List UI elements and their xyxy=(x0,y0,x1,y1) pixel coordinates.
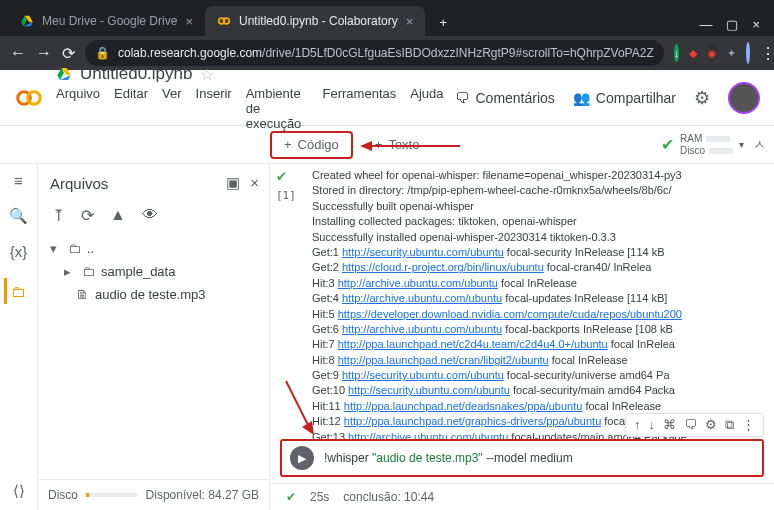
notebook-area: ✔ [1] Created wheel for openai-whisper: … xyxy=(270,164,774,510)
output-link[interactable]: http://security.ubuntu.com/ubuntu xyxy=(342,369,504,381)
close-window-icon[interactable]: × xyxy=(752,17,760,32)
close-icon[interactable]: × xyxy=(406,14,414,29)
output-line: Successfully installed openai-whisper-20… xyxy=(312,230,774,245)
tree-file[interactable]: 🗎 audio de teste.mp3 xyxy=(42,283,265,306)
new-window-icon[interactable]: ▣ xyxy=(226,174,240,192)
close-icon[interactable]: × xyxy=(250,174,259,192)
output-link[interactable]: https://cloud.r-project.org/bin/linux/ub… xyxy=(342,261,544,273)
menu-ver[interactable]: Ver xyxy=(162,86,182,131)
run-button[interactable]: ▶ xyxy=(290,446,314,470)
output-link[interactable]: https://developer.download.nvidia.com/co… xyxy=(338,308,682,320)
variables-icon[interactable]: {x} xyxy=(10,243,28,260)
tree-folder[interactable]: ▸ 🗀 sample_data xyxy=(42,260,265,283)
add-code-button[interactable]: + Código xyxy=(270,131,353,159)
tab-title: Meu Drive - Google Drive xyxy=(42,14,177,28)
chevron-down-icon[interactable]: ▾ xyxy=(739,139,744,150)
files-pane: Arquivos ▣ × ⤒ ⟳ ▲ 👁 ▾ 🗀 .. ▸ 🗀 sample_d… xyxy=(38,164,270,510)
toc-icon[interactable]: ≡ xyxy=(14,172,23,189)
cell-actions: ↑ ↓ ⌘ 🗨 ⚙ ⧉ ⋮ xyxy=(625,413,764,437)
output-link[interactable]: http://archive.ubuntu.com/ubuntu xyxy=(348,431,508,439)
gear-icon[interactable]: ⚙ xyxy=(705,417,717,433)
menu-chevron-icon[interactable]: ㅅ xyxy=(753,136,766,154)
code-cell[interactable]: ▶ !whisper "audio de teste.mp3" --model … xyxy=(280,439,764,477)
check-icon: ✔ xyxy=(286,490,296,504)
menu-inserir[interactable]: Inserir xyxy=(196,86,232,131)
code-editor[interactable]: !whisper "audio de teste.mp3" --model me… xyxy=(324,451,573,465)
output-link[interactable]: http://ppa.launchpad.net/graphics-driver… xyxy=(344,415,601,427)
annotation-arrow xyxy=(280,377,320,437)
new-tab-button[interactable]: + xyxy=(429,8,457,36)
output-line: Hit:11 http://ppa.launchpad.net/deadsnak… xyxy=(312,399,774,414)
comment-icon[interactable]: 🗨 xyxy=(684,417,697,433)
terminal-icon[interactable]: ⟨⟩ xyxy=(13,482,25,500)
minimize-icon[interactable]: — xyxy=(699,17,712,32)
menu-ferramentas[interactable]: Ferramentas xyxy=(323,86,397,131)
exec-time: 25s xyxy=(310,490,329,504)
chevron-right-icon: ▸ xyxy=(64,264,76,279)
extension-icon[interactable]: ↓ xyxy=(674,44,680,62)
chevron-down-icon: ▾ xyxy=(50,241,62,256)
output-line: Get:1 http://security.ubuntu.com/ubuntu … xyxy=(312,245,774,260)
output-link[interactable]: http://ppa.launchpad.net/cran/libgit2/ub… xyxy=(338,354,549,366)
output-link[interactable]: http://archive.ubuntu.com/ubuntu xyxy=(342,292,502,304)
output-link[interactable]: http://ppa.launchpad.net/deadsnakes/ppa/… xyxy=(344,400,583,412)
profile-avatar[interactable] xyxy=(746,42,750,64)
share-button[interactable]: 👥 Compartilhar xyxy=(573,90,676,106)
user-avatar[interactable] xyxy=(728,82,760,114)
forward-button[interactable]: → xyxy=(36,44,52,62)
output-link[interactable]: http://archive.ubuntu.com/ubuntu xyxy=(342,323,502,335)
plus-icon: + xyxy=(284,137,292,152)
output-line: Hit:8 http://ppa.launchpad.net/cran/libg… xyxy=(312,353,774,368)
output-link[interactable]: http://security.ubuntu.com/ubuntu xyxy=(348,384,510,396)
document-title[interactable]: Untitled0.ipynb xyxy=(80,64,192,84)
close-icon[interactable]: × xyxy=(185,14,193,29)
output-line: Get:10 http://security.ubuntu.com/ubuntu… xyxy=(312,383,774,398)
left-rail: ≡ 🔍 {x} 🗀 ⟨⟩ xyxy=(0,164,38,510)
mirror-icon[interactable]: ⧉ xyxy=(725,417,734,433)
file-icon: 🗎 xyxy=(76,287,89,302)
search-icon[interactable]: 🔍 xyxy=(9,207,28,225)
menu-editar[interactable]: Editar xyxy=(114,86,148,131)
output-link[interactable]: http://security.ubuntu.com/ubuntu xyxy=(342,246,504,258)
exec-done: conclusão: 10:44 xyxy=(343,490,434,504)
cell-toolbar: + Código + Texto ✔ RAM Disco ▾ ㅅ xyxy=(0,126,774,164)
comment-icon: 🗨 xyxy=(455,90,469,106)
menu-ajuda[interactable]: Ajuda xyxy=(410,86,443,131)
gear-icon[interactable]: ⚙ xyxy=(694,87,710,109)
move-down-icon[interactable]: ↓ xyxy=(649,417,656,433)
output-line: Successfully built openai-whisper xyxy=(312,199,774,214)
maximize-icon[interactable]: ▢ xyxy=(726,17,738,32)
refresh-icon[interactable]: ⟳ xyxy=(81,206,94,225)
drive-icon xyxy=(56,66,72,82)
move-up-icon[interactable]: ↑ xyxy=(634,417,641,433)
star-icon[interactable]: ☆ xyxy=(200,65,214,84)
status-bar: ✔ 25s conclusão: 10:44 xyxy=(270,483,774,510)
browser-tab-drive[interactable]: Meu Drive - Google Drive × xyxy=(8,6,205,36)
reload-button[interactable]: ⟳ xyxy=(62,44,75,63)
output-line: Stored in directory: /tmp/pip-ephem-whee… xyxy=(312,183,774,198)
back-button[interactable]: ← xyxy=(10,44,26,62)
mount-drive-icon[interactable]: ▲ xyxy=(110,206,126,225)
extension-icon[interactable]: ◉ xyxy=(707,44,717,62)
output-link[interactable]: http://archive.ubuntu.com/ubuntu xyxy=(338,277,498,289)
menu-arquivo[interactable]: Arquivo xyxy=(56,86,100,131)
disk-usage: Disco Disponível: 84.27 GB xyxy=(38,479,269,510)
tree-parent[interactable]: ▾ 🗀 .. xyxy=(42,237,265,260)
extensions-menu-icon[interactable]: ✦ xyxy=(727,44,736,62)
extension-icon[interactable]: ◆ xyxy=(689,44,697,62)
browser-tab-colab[interactable]: Untitled0.ipynb - Colaboratory × xyxy=(205,6,425,36)
url-input[interactable]: 🔒 colab.research.google.com/drive/1D5LfD… xyxy=(85,40,664,66)
file-tree: ▾ 🗀 .. ▸ 🗀 sample_data 🗎 audio de teste.… xyxy=(38,231,269,479)
runtime-status[interactable]: ✔ RAM Disco ▾ xyxy=(661,134,744,156)
lock-icon: 🔒 xyxy=(95,46,110,60)
output-link[interactable]: http://ppa.launchpad.net/c2d4u.team/c2d4… xyxy=(338,338,608,350)
hide-icon[interactable]: 👁 xyxy=(142,206,158,225)
link-icon[interactable]: ⌘ xyxy=(663,417,676,433)
browser-menu-icon[interactable]: ⋮ xyxy=(760,44,774,63)
comments-button[interactable]: 🗨 Comentários xyxy=(455,90,554,106)
more-icon[interactable]: ⋮ xyxy=(742,417,755,433)
upload-icon[interactable]: ⤒ xyxy=(52,206,65,225)
cell-output: ✔ [1] Created wheel for openai-whisper: … xyxy=(270,164,774,439)
menu-ambiente[interactable]: Ambiente de execução xyxy=(246,86,309,131)
files-tab-icon[interactable]: 🗀 xyxy=(4,278,30,304)
